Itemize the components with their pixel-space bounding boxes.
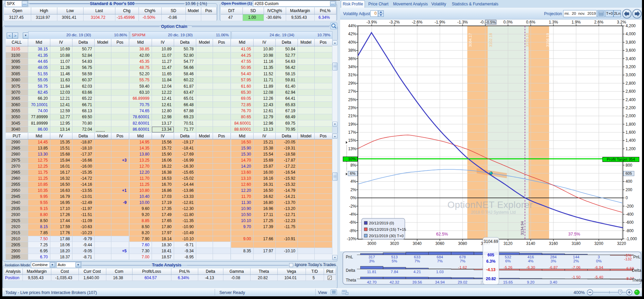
svg-text:62.5%: 62.5%	[436, 232, 448, 237]
svg-text:19%: 19%	[348, 122, 356, 127]
svg-text:200: 200	[626, 187, 632, 192]
svg-text:2.6%: 2.6%	[594, 20, 604, 25]
svg-text:13%: 13%	[348, 146, 356, 151]
svg-text:-8%: -8%	[349, 228, 357, 233]
svg-text:3134.94: 3134.94	[520, 221, 524, 235]
svg-text:3156.19: 3156.19	[546, 33, 550, 47]
svg-text:-132: -132	[624, 257, 632, 261]
svg-text:4%: 4%	[528, 259, 534, 263]
svg-text:1.3%: 1.3%	[549, 20, 558, 25]
svg-text:-1.3%: -1.3%	[457, 20, 468, 25]
svg-text:8%: 8%	[351, 163, 357, 168]
svg-text:-6.94: -6.94	[594, 265, 603, 269]
svg-text:416: 416	[528, 255, 534, 259]
svg-text:3.2%: 3.2%	[617, 20, 626, 25]
svg-text:7%: 7%	[460, 259, 466, 263]
svg-text:0: 0	[626, 196, 628, 200]
svg-text:29%: 29%	[348, 81, 356, 86]
svg-text:2,200: 2,200	[626, 105, 636, 110]
svg-text:Delta: Delta	[632, 268, 641, 273]
svg-text:3020: 3020	[390, 241, 399, 246]
svg-text:3138.18: 3138.18	[525, 33, 529, 47]
svg-text:40%: 40%	[348, 40, 356, 45]
svg-text:-3.2%: -3.2%	[389, 20, 400, 25]
svg-text:15%: 15%	[348, 138, 356, 143]
svg-text:-1.62: -1.62	[458, 265, 467, 269]
svg-text:284: 284	[550, 255, 557, 259]
svg-text:29.02: 29.02	[458, 280, 468, 284]
svg-text:-1,000: -1,000	[626, 237, 637, 241]
svg-text:-6.30: -6.30	[526, 265, 535, 269]
svg-text:PnL: PnL	[633, 255, 641, 259]
svg-text:3180: 3180	[572, 241, 581, 246]
svg-text:-3.9%: -3.9%	[367, 20, 377, 25]
svg-text:36%: 36%	[348, 56, 356, 61]
svg-text:OptionNET Explorer: OptionNET Explorer	[447, 200, 533, 210]
svg-text:17%: 17%	[348, 130, 356, 135]
svg-text:4,000: 4,000	[626, 32, 636, 36]
svg-text:31%: 31%	[348, 73, 356, 77]
svg-text:3,400: 3,400	[626, 56, 636, 61]
svg-text:4,200: 4,200	[626, 24, 636, 28]
svg-text:Theta: Theta	[632, 278, 642, 283]
svg-text:9.20: 9.20	[527, 280, 534, 284]
svg-text:3084.17: 3084.17	[468, 33, 472, 47]
svg-text:0%: 0%	[351, 196, 357, 200]
svg-text:2,800: 2,800	[626, 81, 636, 86]
svg-text:34%: 34%	[348, 65, 356, 69]
svg-text:Delta: Delta	[346, 268, 355, 273]
svg-text:0%: 0%	[596, 259, 602, 263]
svg-text:39.56: 39.56	[412, 280, 422, 284]
svg-text:3040: 3040	[413, 241, 422, 246]
svg-text:684: 684	[437, 255, 443, 259]
svg-text:3220: 3220	[617, 241, 626, 246]
svg-text:0.6%: 0.6%	[526, 20, 536, 25]
svg-text:144: 144	[573, 255, 580, 259]
svg-text:3080: 3080	[458, 241, 467, 246]
svg-text:7.84: 7.84	[391, 270, 398, 274]
svg-text:3,800: 3,800	[626, 40, 636, 45]
svg-text:3000: 3000	[367, 241, 376, 246]
svg-text:27%: 27%	[348, 89, 356, 94]
svg-text:-200: -200	[626, 204, 634, 209]
svg-text:-10%: -10%	[347, 237, 356, 241]
svg-text:3120: 3120	[503, 241, 513, 246]
svg-text:-400: -400	[626, 212, 634, 217]
svg-text:-6.87: -6.87	[549, 265, 558, 269]
svg-text:400: 400	[626, 179, 632, 184]
svg-text:-1.9%: -1.9%	[435, 20, 445, 25]
svg-text:2,000: 2,000	[626, 114, 636, 118]
svg-text:38%: 38%	[348, 48, 356, 53]
svg-text:-5.26: -5.26	[503, 265, 512, 269]
svg-text:20/11/2019 (30) T+0: 20/11/2019 (30) T+0	[369, 234, 404, 238]
svg-text:2,600: 2,600	[626, 89, 636, 94]
svg-text:3: 3	[598, 255, 600, 259]
svg-text:1,800: 1,800	[626, 122, 636, 127]
svg-text:42.70: 42.70	[367, 280, 377, 284]
svg-text:317: 317	[369, 255, 375, 259]
svg-text:1,400: 1,400	[626, 138, 636, 143]
svg-text:25%: 25%	[348, 97, 356, 102]
svg-text:15.65: 15.65	[503, 280, 513, 284]
svg-text:34.94: 34.94	[435, 280, 445, 284]
svg-text:3,200: 3,200	[626, 65, 636, 69]
svg-text:2,400: 2,400	[626, 97, 636, 102]
svg-text:PnL: PnL	[346, 255, 353, 259]
svg-text:1,200: 1,200	[626, 146, 636, 151]
svg-text:-2.6%: -2.6%	[412, 20, 423, 25]
svg-text:1.03: 1.03	[436, 270, 443, 274]
svg-text:05/12/2019 (15) T+15: 05/12/2019 (15) T+15	[369, 227, 406, 231]
svg-text:3%: 3%	[369, 259, 375, 263]
svg-text:21%: 21%	[348, 114, 356, 118]
svg-text:3,000: 3,000	[626, 73, 636, 77]
svg-text:-5.40: -5.40	[594, 275, 603, 279]
svg-text:6%: 6%	[505, 259, 511, 263]
svg-text:3%: 3%	[551, 259, 556, 263]
svg-text:-800: -800	[626, 228, 634, 233]
svg-text:-7.06: -7.06	[572, 265, 580, 269]
svg-text:0.0%: 0.0%	[503, 20, 513, 25]
svg-text:3,600: 3,600	[626, 48, 636, 53]
svg-text:1,600: 1,600	[626, 130, 636, 135]
svg-text:3160: 3160	[549, 241, 558, 246]
svg-text:20/12/2019 (0): 20/12/2019 (0)	[369, 221, 394, 225]
